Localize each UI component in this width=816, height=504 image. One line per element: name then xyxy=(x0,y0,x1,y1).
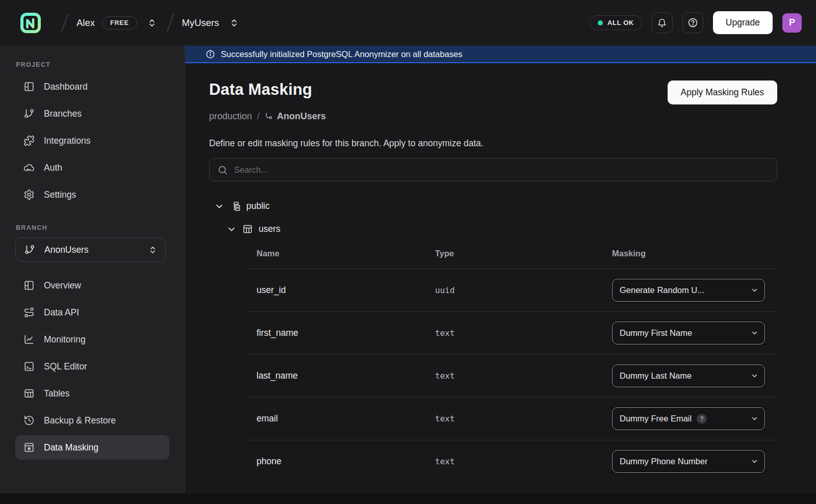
terminal-icon xyxy=(23,361,35,372)
chevron-down-icon xyxy=(751,329,758,337)
search-input[interactable] xyxy=(234,165,769,175)
project-switcher-button[interactable] xyxy=(227,16,241,30)
chart-icon xyxy=(23,334,35,345)
org-switcher-button[interactable] xyxy=(145,16,159,30)
masking-rule-value: Generate Random U... xyxy=(620,285,704,295)
overview-icon xyxy=(23,280,35,291)
chevrons-up-down-icon xyxy=(148,246,157,254)
column-type-cell: text xyxy=(435,457,612,466)
branch-selector[interactable]: AnonUsers xyxy=(15,237,166,262)
search-box xyxy=(209,158,777,181)
sidebar-item-label: Tables xyxy=(44,388,70,399)
notifications-button[interactable] xyxy=(652,12,673,33)
sidebar-item-data-api[interactable]: Data API xyxy=(15,300,169,325)
masking-rule-select[interactable]: Generate Random U... ? xyxy=(612,279,765,302)
masking-rule-select[interactable]: Dummy Last Name ? xyxy=(612,364,765,387)
org-name[interactable]: Alex xyxy=(76,17,95,29)
masking-rule-select[interactable]: Dummy First Name ? xyxy=(612,322,765,344)
column-name-cell: last_name xyxy=(257,370,435,381)
masking-rule-select[interactable]: Dummy Phone Number ? xyxy=(612,450,765,473)
sidebar-item-label: Settings xyxy=(44,190,76,200)
sidebar-item-label: Branches xyxy=(44,109,82,119)
chevron-down-icon[interactable] xyxy=(214,201,224,211)
info-icon xyxy=(206,49,215,59)
chevron-down-icon[interactable] xyxy=(226,224,237,234)
sidebar-item-integrations[interactable]: Integrations xyxy=(15,128,169,153)
breadcrumb-separator: / xyxy=(257,111,260,122)
neon-logo-icon[interactable] xyxy=(18,11,43,35)
sidebar-item-overview[interactable]: Overview xyxy=(15,273,169,298)
table-row: email text Dummy Free Email ? xyxy=(246,397,777,440)
sidebar-item-backup-restore[interactable]: Backup & Restore xyxy=(15,408,169,433)
table-header-row: Name Type Masking xyxy=(246,249,777,269)
branch-icon xyxy=(24,244,35,255)
table-row: first_name text Dummy First Name ? xyxy=(246,311,777,354)
chevron-down-icon xyxy=(751,415,758,422)
cloud-key-icon xyxy=(23,162,35,173)
org-breadcrumb: Alex FREE xyxy=(76,16,159,30)
column-type-cell: text xyxy=(435,414,612,423)
column-name-cell: email xyxy=(257,413,435,424)
status-dot-icon xyxy=(598,20,603,25)
sidebar-item-label: Dashboard xyxy=(44,82,88,92)
upgrade-button[interactable]: Upgrade xyxy=(713,11,773,34)
sidebar-item-data-masking[interactable]: Data Masking xyxy=(15,435,169,460)
table-icon xyxy=(23,388,35,399)
column-header-type: Type xyxy=(435,249,612,258)
chevron-down-icon xyxy=(751,286,758,294)
masking-rule-value: Dummy Free Email xyxy=(620,414,692,423)
chevron-down-icon xyxy=(751,458,758,465)
gear-icon xyxy=(23,189,35,200)
schema-tree: public users xyxy=(209,201,777,234)
sidebar-item-sql-editor[interactable]: SQL Editor xyxy=(15,354,169,379)
apply-masking-rules-button[interactable]: Apply Masking Rules xyxy=(668,81,777,104)
column-type-cell: text xyxy=(435,371,612,381)
sidebar-item-auth[interactable]: Auth xyxy=(15,155,169,180)
breadcrumb-parent-branch[interactable]: production xyxy=(209,111,252,122)
notification-banner: Successfully initialized PostgreSQL Anon… xyxy=(185,46,816,63)
sidebar-item-branches[interactable]: Branches xyxy=(15,101,169,126)
project-breadcrumb: MyUsers xyxy=(182,16,241,30)
project-nav: Dashboard Branches Integrations Auth Set… xyxy=(0,74,185,207)
sidebar-item-tables[interactable]: Tables xyxy=(15,381,169,406)
system-status-pill[interactable]: ALL OK xyxy=(590,15,642,30)
table-icon xyxy=(242,224,253,234)
column-name-cell: first_name xyxy=(257,328,435,338)
table-row: user_id uuid Generate Random U... ? xyxy=(246,269,777,311)
tree-node-table[interactable]: users xyxy=(209,224,777,234)
sidebar-item-dashboard[interactable]: Dashboard xyxy=(15,74,169,99)
user-avatar[interactable]: P xyxy=(782,13,802,33)
mask-window-icon xyxy=(23,442,35,453)
table-body: user_id uuid Generate Random U... ? xyxy=(246,269,777,483)
plan-badge: FREE xyxy=(102,16,137,30)
dashboard-icon xyxy=(23,81,35,92)
breadcrumb-slash xyxy=(166,13,174,32)
puzzle-icon xyxy=(23,135,35,146)
table-row: phone text Dummy Phone Number ? xyxy=(246,440,777,483)
project-section-label: PROJECT xyxy=(16,61,185,68)
column-name-cell: phone xyxy=(257,456,435,467)
column-type-cell: uuid xyxy=(435,285,612,295)
column-header-name: Name xyxy=(257,249,435,258)
project-name[interactable]: MyUsers xyxy=(182,17,219,29)
page-title: Data Masking xyxy=(209,81,312,99)
sidebar-item-label: Monitoring xyxy=(44,334,86,345)
window-bottom-edge xyxy=(0,493,816,504)
banner-message: Successfully initialized PostgreSQL Anon… xyxy=(221,49,463,59)
sidebar-item-label: Auth xyxy=(44,163,62,173)
sidebar-item-settings[interactable]: Settings xyxy=(15,182,169,207)
sidebar-item-label: SQL Editor xyxy=(44,361,87,372)
sidebar-item-monitoring[interactable]: Monitoring xyxy=(15,327,169,352)
branch-icon xyxy=(23,108,35,119)
breadcrumb-slash xyxy=(61,13,69,32)
breadcrumb-current-label: AnonUsers xyxy=(277,111,326,122)
tree-node-schema[interactable]: public xyxy=(209,201,777,211)
masking-rule-select[interactable]: Dummy Free Email ? xyxy=(612,407,765,430)
masking-rule-value: Dummy First Name xyxy=(620,328,692,338)
branch-nav: Overview Data API Monitoring SQL Editor … xyxy=(0,273,185,460)
help-badge[interactable]: ? xyxy=(697,414,707,424)
help-button[interactable] xyxy=(682,12,703,33)
breadcrumb-current-branch[interactable]: AnonUsers xyxy=(265,111,326,122)
table-name: users xyxy=(259,224,280,234)
masking-rule-value: Dummy Phone Number xyxy=(620,457,707,466)
